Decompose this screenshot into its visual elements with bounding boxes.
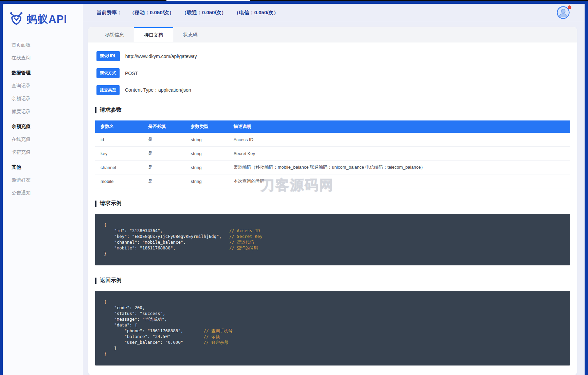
sidebar-section-data-manage: 数据管理 [3, 66, 83, 79]
app-window: 蚂蚁API 首页面板 在线查询 数据管理 查询记录 余额记录 额度记录 余额充值… [3, 4, 585, 375]
request-example-title: 请求示例 [95, 200, 570, 207]
notification-dot [568, 5, 571, 9]
sidebar-item-query-records[interactable]: 查询记录 [3, 79, 83, 92]
col-param-name: 参数名 [95, 120, 143, 133]
sidebar-item-invite-friends[interactable]: 邀请好友 [3, 173, 83, 186]
params-table: 参数名 是否必填 参数类型 描述说明 id 是 string A [95, 120, 570, 188]
table-row: mobile 是 string 本次查询的号码 [95, 174, 570, 188]
section-bar-icon [95, 201, 96, 207]
sidebar: 蚂蚁API 首页面板 在线查询 数据管理 查询记录 余额记录 额度记录 余额充值… [3, 4, 83, 375]
tab-secret-info[interactable]: 秘钥信息 [95, 27, 134, 42]
section-bar-icon [95, 278, 96, 284]
sidebar-nav: 首页面板 在线查询 数据管理 查询记录 余额记录 额度记录 余额充值 在线充值 … [3, 36, 83, 199]
request-url-row: 请求URL http://www.dkym.com/api/gateway [96, 51, 570, 61]
request-params-title: 请求参数 [95, 107, 570, 114]
request-url-badge: 请求URL [96, 51, 120, 61]
col-description: 描述说明 [228, 120, 570, 133]
rate-unicom: （联通：0.050/次） [182, 10, 227, 16]
tab-bar: 秘钥信息 接口文档 状态码 [88, 27, 577, 42]
tab-panel-api-docs: 请求URL http://www.dkym.com/api/gateway 请求… [88, 42, 577, 365]
table-row: id 是 string Access ID [95, 133, 570, 147]
tab-status-codes[interactable]: 状态码 [173, 27, 207, 42]
col-required: 是否必填 [143, 120, 185, 133]
params-table-header-row: 参数名 是否必填 参数类型 描述说明 [95, 120, 570, 133]
table-row: channel 是 string 渠道编码（移动编码：mobile_balanc… [95, 161, 570, 174]
main-area: 当前费率： （移动：0.050/次） （联通：0.050/次） （电信：0.05… [83, 4, 585, 375]
sidebar-item-announcements[interactable]: 公告通知 [3, 186, 83, 199]
ant-logo-icon [10, 12, 24, 27]
rates-label: 当前费率： [96, 10, 122, 16]
col-param-type: 参数类型 [185, 120, 228, 133]
logo-text: 蚂蚁API [27, 12, 67, 26]
screen-top-edge [250, 0, 588, 1]
sidebar-item-online-recharge[interactable]: 在线充值 [3, 133, 83, 146]
sidebar-item-online-query[interactable]: 在线查询 [3, 51, 83, 64]
logo[interactable]: 蚂蚁API [3, 4, 83, 36]
window-right-frame [585, 0, 588, 375]
table-row: key 是 string Secret Key [95, 147, 570, 161]
sidebar-item-dashboard[interactable]: 首页面板 [3, 38, 83, 51]
screen-top-edge [0, 0, 166, 1]
request-example-code: { "id": "3138034364", // Access ID "key"… [95, 214, 570, 265]
response-example-title: 返回示例 [95, 277, 570, 284]
sidebar-section-other: 其他 [3, 161, 83, 173]
top-header: 当前费率： （移动：0.050/次） （联通：0.050/次） （电信：0.05… [83, 4, 585, 22]
screen-top-edge-gap [166, 0, 250, 1]
sidebar-section-recharge: 余额充值 [3, 120, 83, 133]
sidebar-item-card-recharge[interactable]: 卡密充值 [3, 146, 83, 158]
request-method-row: 请求方式 POST [96, 68, 570, 78]
content-type-row: 提交类型 Content-Type：application/json [96, 85, 570, 95]
content-type-badge: 提交类型 [96, 85, 120, 95]
rate-telecom: （电信：0.050/次） [234, 10, 279, 16]
section-bar-icon [95, 107, 96, 113]
request-method-value: POST [125, 71, 138, 76]
response-example-code: { "code": 200, "status": "success", "mes… [95, 291, 570, 365]
current-rates: 当前费率： （移动：0.050/次） （联通：0.050/次） （电信：0.05… [96, 10, 279, 16]
rate-mobile: （移动：0.050/次） [129, 10, 174, 16]
sidebar-item-quota-records[interactable]: 额度记录 [3, 105, 83, 118]
doc-card: 秘钥信息 接口文档 状态码 请求URL http://www.dkym.com/… [88, 27, 577, 375]
request-method-badge: 请求方式 [96, 68, 120, 78]
tab-api-docs[interactable]: 接口文档 [134, 27, 173, 42]
content-area: 秘钥信息 接口文档 状态码 请求URL http://www.dkym.com/… [83, 22, 585, 375]
window-left-frame [0, 0, 3, 375]
user-avatar[interactable] [557, 6, 570, 20]
content-type-value: Content-Type：application/json [125, 87, 191, 93]
request-url-value: http://www.dkym.com/api/gateway [125, 54, 197, 59]
sidebar-item-balance-records[interactable]: 余额记录 [3, 92, 83, 105]
